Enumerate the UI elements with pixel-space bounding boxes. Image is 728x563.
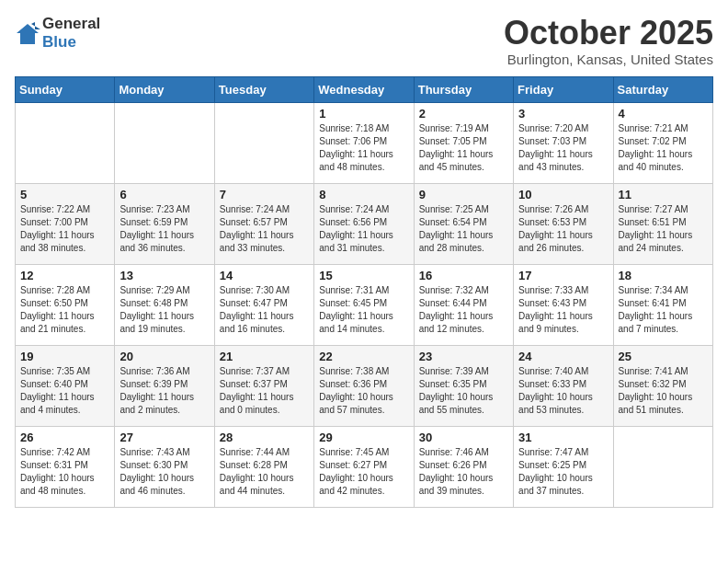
calendar-cell: 15Sunrise: 7:31 AM Sunset: 6:45 PM Dayli… <box>314 264 414 345</box>
calendar-cell: 24Sunrise: 7:40 AM Sunset: 6:33 PM Dayli… <box>514 345 613 426</box>
logo-blue-text: Blue <box>42 33 76 51</box>
day-info: Sunrise: 7:36 AM Sunset: 6:39 PM Dayligh… <box>119 365 209 417</box>
day-number: 17 <box>518 269 608 282</box>
calendar-cell: 16Sunrise: 7:32 AM Sunset: 6:44 PM Dayli… <box>414 264 513 345</box>
weekday-header-saturday: Saturday <box>613 76 712 102</box>
day-info: Sunrise: 7:19 AM Sunset: 7:05 PM Dayligh… <box>419 122 508 174</box>
calendar-cell: 10Sunrise: 7:26 AM Sunset: 6:53 PM Dayli… <box>514 183 613 264</box>
day-number: 24 <box>518 350 608 363</box>
calendar-cell: 7Sunrise: 7:24 AM Sunset: 6:57 PM Daylig… <box>214 183 313 264</box>
calendar-cell: 29Sunrise: 7:45 AM Sunset: 6:27 PM Dayli… <box>314 426 414 507</box>
weekday-header-thursday: Thursday <box>414 76 513 102</box>
day-number: 15 <box>319 269 408 282</box>
day-info: Sunrise: 7:28 AM Sunset: 6:50 PM Dayligh… <box>20 284 109 336</box>
day-info: Sunrise: 7:18 AM Sunset: 7:06 PM Dayligh… <box>319 122 408 174</box>
day-number: 26 <box>20 431 109 444</box>
day-info: Sunrise: 7:20 AM Sunset: 7:03 PM Dayligh… <box>518 122 608 174</box>
calendar-cell: 5Sunrise: 7:22 AM Sunset: 7:00 PM Daylig… <box>16 183 115 264</box>
day-info: Sunrise: 7:23 AM Sunset: 6:59 PM Dayligh… <box>119 203 209 255</box>
logo-icon <box>15 20 40 46</box>
day-number: 10 <box>518 188 608 201</box>
day-info: Sunrise: 7:39 AM Sunset: 6:35 PM Dayligh… <box>419 365 508 417</box>
calendar-cell: 9Sunrise: 7:25 AM Sunset: 6:54 PM Daylig… <box>414 183 513 264</box>
day-info: Sunrise: 7:27 AM Sunset: 6:51 PM Dayligh… <box>619 203 708 255</box>
calendar-cell: 23Sunrise: 7:39 AM Sunset: 6:35 PM Dayli… <box>414 345 513 426</box>
logo: General Blue <box>15 15 100 52</box>
day-info: Sunrise: 7:35 AM Sunset: 6:40 PM Dayligh… <box>20 365 109 417</box>
calendar-cell: 14Sunrise: 7:30 AM Sunset: 6:47 PM Dayli… <box>214 264 313 345</box>
day-info: Sunrise: 7:40 AM Sunset: 6:33 PM Dayligh… <box>518 365 608 417</box>
weekday-header-monday: Monday <box>115 76 214 102</box>
day-number: 29 <box>319 431 408 444</box>
calendar-cell: 22Sunrise: 7:38 AM Sunset: 6:36 PM Dayli… <box>314 345 414 426</box>
day-number: 20 <box>119 350 209 363</box>
day-number: 16 <box>419 269 508 282</box>
calendar-cell: 25Sunrise: 7:41 AM Sunset: 6:32 PM Dayli… <box>613 345 712 426</box>
calendar-cell: 31Sunrise: 7:47 AM Sunset: 6:25 PM Dayli… <box>514 426 613 507</box>
calendar-table: SundayMondayTuesdayWednesdayThursdayFrid… <box>15 76 713 508</box>
day-number: 11 <box>619 188 708 201</box>
day-info: Sunrise: 7:46 AM Sunset: 6:26 PM Dayligh… <box>419 446 508 498</box>
calendar-cell: 21Sunrise: 7:37 AM Sunset: 6:37 PM Dayli… <box>214 345 313 426</box>
day-number: 14 <box>220 269 309 282</box>
title-block: October 2025 Burlington, Kansas, United … <box>504 15 713 67</box>
day-number: 25 <box>619 350 708 363</box>
day-number: 23 <box>419 350 508 363</box>
day-info: Sunrise: 7:42 AM Sunset: 6:31 PM Dayligh… <box>20 446 109 498</box>
day-number: 22 <box>319 350 408 363</box>
day-info: Sunrise: 7:45 AM Sunset: 6:27 PM Dayligh… <box>319 446 408 498</box>
day-info: Sunrise: 7:31 AM Sunset: 6:45 PM Dayligh… <box>319 284 408 336</box>
day-info: Sunrise: 7:32 AM Sunset: 6:44 PM Dayligh… <box>419 284 508 336</box>
weekday-header-wednesday: Wednesday <box>314 76 414 102</box>
location: Burlington, Kansas, United States <box>504 52 713 67</box>
calendar-cell: 2Sunrise: 7:19 AM Sunset: 7:05 PM Daylig… <box>414 102 513 183</box>
weekday-header-tuesday: Tuesday <box>214 76 313 102</box>
calendar-cell <box>214 102 313 183</box>
calendar-cell: 20Sunrise: 7:36 AM Sunset: 6:39 PM Dayli… <box>115 345 214 426</box>
day-info: Sunrise: 7:47 AM Sunset: 6:25 PM Dayligh… <box>518 446 608 498</box>
calendar-cell: 19Sunrise: 7:35 AM Sunset: 6:40 PM Dayli… <box>16 345 115 426</box>
day-info: Sunrise: 7:21 AM Sunset: 7:02 PM Dayligh… <box>619 122 708 174</box>
calendar-cell: 27Sunrise: 7:43 AM Sunset: 6:30 PM Dayli… <box>115 426 214 507</box>
weekday-header-sunday: Sunday <box>16 76 115 102</box>
day-number: 4 <box>619 107 708 121</box>
calendar-cell: 30Sunrise: 7:46 AM Sunset: 6:26 PM Dayli… <box>414 426 513 507</box>
logo-general-text: General <box>42 15 100 32</box>
calendar-cell <box>613 426 712 507</box>
day-number: 7 <box>220 188 309 201</box>
calendar-cell: 8Sunrise: 7:24 AM Sunset: 6:56 PM Daylig… <box>314 183 414 264</box>
weekday-header-friday: Friday <box>514 76 613 102</box>
day-number: 18 <box>619 269 708 282</box>
day-number: 8 <box>319 188 408 201</box>
calendar-cell <box>115 102 214 183</box>
day-number: 31 <box>518 431 608 444</box>
day-info: Sunrise: 7:30 AM Sunset: 6:47 PM Dayligh… <box>220 284 309 336</box>
calendar-cell: 1Sunrise: 7:18 AM Sunset: 7:06 PM Daylig… <box>314 102 414 183</box>
day-number: 3 <box>518 107 608 121</box>
calendar-cell: 6Sunrise: 7:23 AM Sunset: 6:59 PM Daylig… <box>115 183 214 264</box>
day-info: Sunrise: 7:22 AM Sunset: 7:00 PM Dayligh… <box>20 203 109 255</box>
day-info: Sunrise: 7:34 AM Sunset: 6:41 PM Dayligh… <box>619 284 708 336</box>
calendar-cell: 28Sunrise: 7:44 AM Sunset: 6:28 PM Dayli… <box>214 426 313 507</box>
day-number: 5 <box>20 188 109 201</box>
calendar-cell: 26Sunrise: 7:42 AM Sunset: 6:31 PM Dayli… <box>16 426 115 507</box>
day-number: 19 <box>20 350 109 363</box>
page-header: General Blue October 2025 Burlington, Ka… <box>15 15 713 67</box>
calendar-cell: 3Sunrise: 7:20 AM Sunset: 7:03 PM Daylig… <box>514 102 613 183</box>
day-number: 27 <box>119 431 209 444</box>
calendar-cell: 17Sunrise: 7:33 AM Sunset: 6:43 PM Dayli… <box>514 264 613 345</box>
day-number: 9 <box>419 188 508 201</box>
calendar-cell: 12Sunrise: 7:28 AM Sunset: 6:50 PM Dayli… <box>16 264 115 345</box>
day-info: Sunrise: 7:44 AM Sunset: 6:28 PM Dayligh… <box>220 446 309 498</box>
day-info: Sunrise: 7:29 AM Sunset: 6:48 PM Dayligh… <box>119 284 209 336</box>
day-number: 6 <box>119 188 209 201</box>
day-info: Sunrise: 7:25 AM Sunset: 6:54 PM Dayligh… <box>419 203 508 255</box>
day-number: 13 <box>119 269 209 282</box>
day-info: Sunrise: 7:33 AM Sunset: 6:43 PM Dayligh… <box>518 284 608 336</box>
day-info: Sunrise: 7:38 AM Sunset: 6:36 PM Dayligh… <box>319 365 408 417</box>
day-info: Sunrise: 7:37 AM Sunset: 6:37 PM Dayligh… <box>220 365 309 417</box>
calendar-cell: 4Sunrise: 7:21 AM Sunset: 7:02 PM Daylig… <box>613 102 712 183</box>
day-info: Sunrise: 7:24 AM Sunset: 6:57 PM Dayligh… <box>220 203 309 255</box>
month-title: October 2025 <box>504 15 713 52</box>
day-number: 30 <box>419 431 508 444</box>
